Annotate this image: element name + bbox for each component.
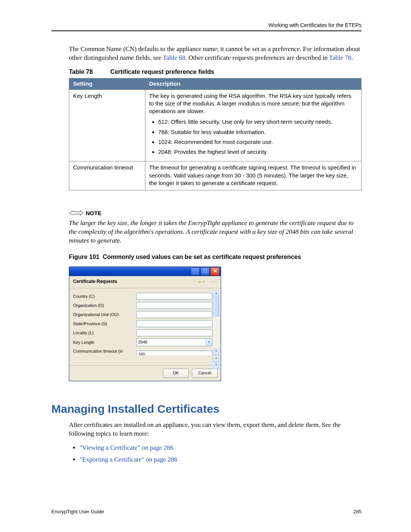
xref-table-68[interactable]: Table 68 — [163, 54, 185, 61]
form-row: State/Province (S) — [73, 320, 212, 327]
form-row: Communication timeout (in seconds) — [73, 348, 212, 355]
xref-table-78[interactable]: Table 78 — [329, 54, 352, 61]
field-label: Organization (O) — [73, 303, 136, 308]
form-row: Locality (L) — [73, 329, 212, 336]
cell-setting: Key Length — [69, 89, 145, 161]
scroll-down-button[interactable]: ▼ — [213, 362, 219, 369]
page-footer: EncrypTight User Guide 285 — [51, 509, 362, 514]
field-label: State/Province (S) — [73, 321, 136, 327]
dialog-scroll-area: Country (C)Organization (O)Organizationa… — [73, 291, 212, 355]
note-text: The larger the key size, the longer it t… — [69, 219, 362, 245]
cell-description: The key is generated using the RSA algor… — [145, 89, 361, 161]
topics-list: "Viewing a Certificate" on page 286 "Exp… — [80, 444, 362, 464]
footer-left: EncrypTight User Guide — [51, 509, 104, 514]
field-wrapper — [136, 329, 212, 336]
select-value: 2048 — [137, 339, 206, 346]
dialog-separator — [69, 288, 221, 288]
list-item: 512: Offers little security. Use only fo… — [158, 118, 357, 126]
th-description: Description — [145, 78, 361, 89]
heading-managing-installed-certificates: Managing Installed Certificates — [51, 403, 362, 415]
nav-back[interactable]: ⇦▾ — [198, 278, 205, 285]
field-label: Communication timeout (in seconds) — [73, 348, 136, 355]
dialog-title: Certificate Requests — [73, 278, 117, 284]
dialog-nav: ⇦▾ ⇨▾ — [198, 278, 217, 285]
cell-description: The timeout for generating a certificate… — [145, 161, 361, 190]
header-rule — [51, 30, 362, 31]
dialog-scrollbar[interactable]: ▲ ▼ — [213, 291, 219, 355]
dialog-body: Country (C)Organization (O)Organizationa… — [69, 291, 221, 355]
field-label: Locality (L) — [73, 330, 136, 336]
note-pointer-icon — [69, 209, 84, 217]
table-78-label: Table 78 — [69, 69, 93, 75]
cancel-button[interactable]: Cancel — [192, 369, 218, 378]
table-78-caption: Table 78Certificate request preference f… — [69, 68, 362, 76]
list-item: 768: Suitable for less valuable informat… — [158, 128, 357, 136]
field-wrapper — [136, 302, 212, 309]
nav-forward[interactable]: ⇨▾ — [210, 278, 217, 285]
scroll-thumb[interactable] — [213, 297, 219, 316]
cell-setting: Communication timeout — [69, 161, 145, 190]
certificate-requests-dialog: _ □ ✕ Certificate Requests ⇦▾ ⇨▾ Country… — [69, 267, 221, 382]
note-heading: NOTE — [86, 210, 102, 216]
form-row: Key Length2048▾ — [73, 339, 212, 346]
list-item: "Exporting a Certificate" on page 286 — [80, 455, 362, 464]
after-h1-block: After certificates are installed on an a… — [51, 421, 362, 464]
figure-101-title: Commonly used values can be set as certi… — [103, 254, 301, 260]
text-input[interactable] — [136, 351, 212, 355]
page: Working with Certificates for the ETEPs … — [0, 0, 411, 532]
field-wrapper — [136, 351, 212, 355]
table-78-title: Certificate request preference fields — [110, 69, 214, 75]
minimize-button[interactable]: _ — [191, 267, 200, 276]
form-row: Organization (O) — [73, 302, 212, 309]
form-row: Organizational Unit (OU) — [73, 311, 212, 318]
key-length-select[interactable]: 2048▾ — [136, 339, 212, 346]
text-input[interactable] — [136, 302, 212, 309]
footer-page-number: 285 — [353, 509, 362, 514]
text-input[interactable] — [136, 329, 212, 336]
list-item: 2048: Provides the highest level of secu… — [158, 148, 357, 156]
maximize-button[interactable]: □ — [201, 267, 210, 276]
scroll-down-button[interactable]: ▼ — [213, 348, 219, 355]
chevron-down-icon[interactable]: ▾ — [206, 339, 212, 346]
field-wrapper — [136, 293, 212, 300]
intro-text-b: . Other certificate requests preferences… — [185, 54, 329, 61]
field-wrapper — [136, 311, 212, 318]
list-item: "Viewing a Certificate" on page 286 — [80, 444, 362, 452]
figure-101-caption: Figure 101 Commonly used values can be s… — [69, 253, 362, 261]
list-item: 1024: Recommended for most corporate use… — [158, 138, 357, 146]
note-block: NOTE The larger the key size, the longer… — [69, 209, 362, 245]
row0-intro: The key is generated using the RSA algor… — [149, 92, 357, 115]
field-label: Country (C) — [73, 294, 136, 299]
scroll-up-button[interactable]: ▲ — [213, 355, 219, 362]
field-wrapper: 2048▾ — [136, 339, 212, 346]
th-setting: Setting — [69, 78, 145, 89]
after-h1-para: After certificates are installed on an a… — [69, 421, 362, 438]
dialog-scrollbar-stub[interactable]: ▲ ▼ — [213, 355, 219, 364]
table-78: Setting Description Key Length The key i… — [69, 78, 362, 190]
field-wrapper — [136, 320, 212, 327]
intro-text-c: . — [351, 54, 353, 61]
table-row: Communication timeout The timeout for ge… — [69, 161, 362, 190]
scroll-track[interactable] — [213, 297, 219, 349]
dialog-titlebar: _ □ ✕ — [69, 267, 221, 276]
text-input[interactable] — [136, 311, 212, 318]
figure-101-label: Figure 101 — [69, 254, 99, 260]
form-row: Country (C) — [73, 293, 212, 300]
intro-paragraph: The Common Name (CN) defaults to the app… — [69, 45, 362, 62]
dialog-button-bar: OK Cancel — [69, 365, 221, 381]
page-header-right: Working with Certificates for the ETEPs — [51, 22, 362, 28]
link-viewing-certificate[interactable]: "Viewing a Certificate" on page 286 — [80, 444, 174, 451]
close-button[interactable]: ✕ — [210, 267, 220, 276]
table-row: Key Length The key is generated using th… — [69, 89, 362, 161]
dialog-header: Certificate Requests ⇦▾ ⇨▾ — [69, 276, 221, 285]
ok-button[interactable]: OK — [163, 369, 189, 378]
field-label: Organizational Unit (OU) — [73, 312, 136, 318]
dialog-lower-spacer: ▲ ▼ — [69, 355, 221, 364]
row1-intro: The timeout for generating a certificate… — [149, 164, 357, 187]
row0-bullets: 512: Offers little security. Use only fo… — [149, 118, 357, 156]
text-input[interactable] — [136, 320, 212, 327]
text-input[interactable] — [136, 293, 212, 300]
field-label: Key Length — [73, 340, 136, 345]
body-content: The Common Name (CN) defaults to the app… — [51, 45, 362, 381]
link-exporting-certificate[interactable]: "Exporting a Certificate" on page 286 — [80, 456, 177, 463]
